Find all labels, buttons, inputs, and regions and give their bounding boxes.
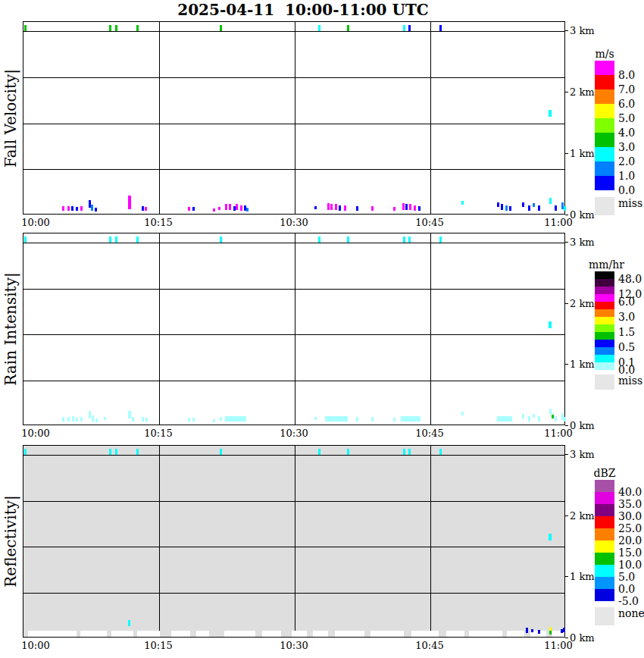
data-mark bbox=[408, 25, 411, 31]
time-tick-label: 10:00 bbox=[21, 428, 49, 439]
data-mark bbox=[408, 449, 411, 455]
gridline-horizontal bbox=[23, 455, 564, 456]
legend-color-block bbox=[595, 577, 614, 589]
data-mark bbox=[401, 416, 420, 421]
legend-value-label: 25.0 bbox=[618, 522, 642, 534]
data-mark bbox=[132, 417, 134, 421]
no-echo-patch bbox=[411, 631, 439, 637]
gridline-horizontal bbox=[23, 243, 564, 243]
legend-color-block bbox=[595, 61, 614, 75]
gridline-vertical bbox=[159, 446, 160, 637]
legend-title: dBZ bbox=[589, 467, 621, 479]
no-echo-patch bbox=[111, 631, 133, 637]
legend-color-block bbox=[595, 104, 614, 118]
data-mark bbox=[109, 237, 111, 243]
data-mark bbox=[549, 110, 552, 117]
no-echo-patch bbox=[335, 631, 364, 637]
data-mark bbox=[552, 415, 554, 418]
data-mark bbox=[347, 237, 349, 243]
data-mark bbox=[403, 237, 405, 243]
time-tick-label: 10:15 bbox=[144, 640, 172, 651]
data-mark bbox=[142, 417, 144, 421]
gridline-horizontal bbox=[23, 169, 564, 170]
data-mark bbox=[109, 25, 111, 31]
gridline-vertical bbox=[159, 233, 160, 425]
data-mark bbox=[531, 629, 533, 632]
data-mark bbox=[538, 630, 540, 634]
data-mark bbox=[393, 418, 395, 421]
no-echo-patch bbox=[224, 631, 255, 637]
legend-color-block bbox=[595, 332, 614, 340]
data-mark bbox=[72, 416, 74, 421]
legend-color-block bbox=[595, 347, 614, 355]
legend-value-label: 5.0 bbox=[618, 571, 635, 583]
data-mark bbox=[335, 204, 337, 210]
data-mark bbox=[439, 237, 442, 243]
data-mark bbox=[528, 416, 530, 421]
legend-value-label: 8.0 bbox=[618, 69, 635, 81]
legend-color-block bbox=[595, 287, 614, 294]
data-mark bbox=[509, 206, 511, 211]
data-mark bbox=[461, 201, 464, 205]
legend-title: mm/hr bbox=[589, 258, 621, 271]
data-mark bbox=[549, 198, 552, 204]
legend-color-block bbox=[595, 118, 614, 133]
legend-value-label: 7.0 bbox=[618, 83, 635, 96]
gridline-vertical bbox=[295, 233, 295, 425]
legend-color-block bbox=[595, 324, 614, 332]
data-mark bbox=[344, 205, 346, 211]
gridline-horizontal bbox=[23, 289, 564, 290]
data-mark bbox=[104, 417, 106, 420]
chart-title: 2025-04-11 10:00-11:00 UTC bbox=[23, 1, 583, 19]
data-mark bbox=[526, 628, 528, 633]
height-tick-label: 2 km bbox=[570, 298, 595, 309]
data-mark bbox=[67, 417, 70, 421]
data-mark bbox=[497, 202, 499, 207]
legend-color-block bbox=[595, 504, 614, 516]
height-tick-label: 0 km bbox=[570, 632, 595, 644]
data-mark bbox=[522, 414, 524, 418]
data-mark bbox=[371, 417, 374, 421]
data-mark bbox=[356, 417, 358, 421]
gridline-horizontal bbox=[23, 547, 564, 547]
gridline-horizontal bbox=[23, 334, 564, 335]
data-mark bbox=[76, 207, 78, 211]
data-mark bbox=[418, 206, 420, 211]
data-mark bbox=[80, 417, 83, 421]
time-tick-label: 10:45 bbox=[415, 217, 443, 228]
height-tick bbox=[565, 30, 568, 31]
height-tick-label: 2 km bbox=[570, 510, 595, 522]
fall-velocity-plot bbox=[23, 21, 565, 215]
y-axis-title-wrap-fall-velocity: Fall Velocity| bbox=[0, 21, 21, 215]
legend-title: m/s bbox=[589, 48, 621, 60]
data-mark bbox=[439, 449, 442, 455]
legend-value-label: 3.0 bbox=[618, 141, 635, 153]
data-mark bbox=[80, 206, 83, 211]
time-tick-label: 10:30 bbox=[280, 640, 308, 651]
data-mark bbox=[347, 25, 349, 31]
data-mark bbox=[555, 205, 557, 211]
legend-value-label: 6.0 bbox=[618, 98, 635, 110]
data-mark bbox=[555, 416, 557, 421]
data-mark bbox=[128, 196, 131, 209]
no-echo-patch bbox=[370, 631, 404, 637]
data-mark bbox=[403, 25, 405, 31]
data-mark bbox=[220, 417, 222, 421]
height-tick-label: 1 km bbox=[570, 571, 595, 582]
rain-intensity-plot bbox=[23, 233, 565, 425]
data-mark bbox=[136, 25, 139, 31]
data-mark bbox=[314, 206, 317, 209]
legend-missing-label: none bbox=[618, 607, 644, 619]
y-axis-title-fall-velocity: Fall Velocity| bbox=[2, 68, 20, 167]
data-mark bbox=[501, 204, 503, 210]
gridline-horizontal bbox=[23, 124, 564, 124]
data-mark bbox=[314, 417, 317, 420]
legend-color-block bbox=[595, 355, 614, 362]
data-mark bbox=[192, 207, 195, 211]
legend-value-label: 6.0 bbox=[618, 296, 635, 308]
time-tick-label: 10:00 bbox=[21, 640, 49, 651]
data-mark bbox=[549, 631, 552, 634]
data-mark bbox=[109, 449, 111, 455]
legend-value-label: 40.0 bbox=[618, 486, 642, 498]
height-tick bbox=[565, 638, 568, 638]
